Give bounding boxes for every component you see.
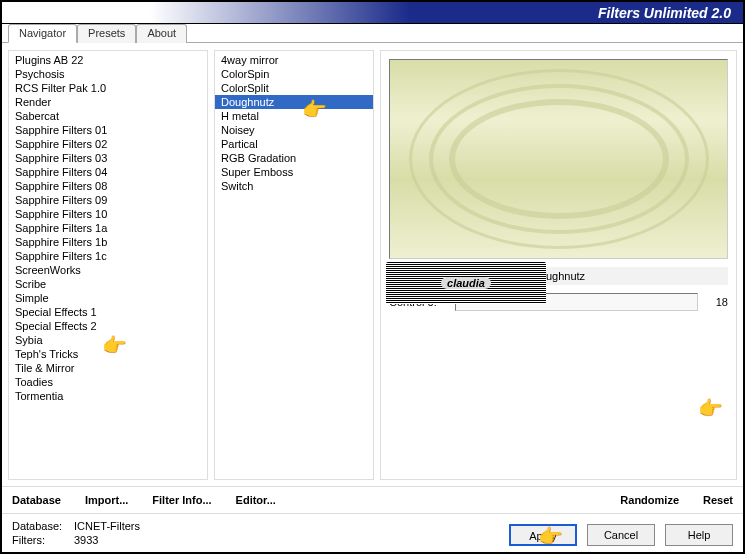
list-item[interactable]: ColorSplit xyxy=(215,81,373,95)
editor-button[interactable]: Editor... xyxy=(236,494,276,506)
button-bar: Database Import... Filter Info... Editor… xyxy=(2,486,743,514)
main-area: Plugins AB 22PsychosisRCS Filter Pak 1.0… xyxy=(2,44,743,486)
list-item[interactable]: Scribe xyxy=(9,277,207,291)
filter-info-button[interactable]: Filter Info... xyxy=(152,494,211,506)
category-list[interactable]: Plugins AB 22PsychosisRCS Filter Pak 1.0… xyxy=(8,50,208,480)
list-item[interactable]: Special Effects 2 xyxy=(9,319,207,333)
tab-about[interactable]: About xyxy=(136,24,187,43)
list-item[interactable]: Noisey xyxy=(215,123,373,137)
filters-label: Filters: xyxy=(12,534,68,546)
list-item[interactable]: Sapphire Filters 03 xyxy=(9,151,207,165)
list-item[interactable]: Super Emboss xyxy=(215,165,373,179)
list-item[interactable]: Sapphire Filters 02 xyxy=(9,137,207,151)
status-bar: Database: ICNET-Filters Filters: 3933 Ap… xyxy=(2,514,743,552)
list-item[interactable]: RGB Gradation xyxy=(215,151,373,165)
title-bar: Filters Unlimited 2.0 xyxy=(2,2,743,24)
tab-navigator[interactable]: Navigator xyxy=(8,24,77,43)
list-item[interactable]: Sapphire Filters 1b xyxy=(9,235,207,249)
list-item[interactable]: Switch xyxy=(215,179,373,193)
list-item[interactable]: Simple xyxy=(9,291,207,305)
list-item[interactable]: H metal xyxy=(215,109,373,123)
list-item[interactable]: Sapphire Filters 04 xyxy=(9,165,207,179)
list-item[interactable]: Toadies xyxy=(9,375,207,389)
randomize-button[interactable]: Randomize xyxy=(620,494,679,506)
filter-list[interactable]: 4way mirrorColorSpinColorSplitDoughnutzH… xyxy=(214,50,374,480)
apply-button[interactable]: Apply xyxy=(509,524,577,546)
import-button[interactable]: Import... xyxy=(85,494,128,506)
list-item[interactable]: Doughnutz xyxy=(215,95,373,109)
list-item[interactable]: Sabercat xyxy=(9,109,207,123)
list-item[interactable]: ColorSpin xyxy=(215,67,373,81)
list-item[interactable]: Special Effects 1 xyxy=(9,305,207,319)
list-item[interactable]: Sapphire Filters 09 xyxy=(9,193,207,207)
app-title: Filters Unlimited 2.0 xyxy=(598,5,731,21)
tabs: Navigator Presets About xyxy=(2,23,743,43)
list-item[interactable]: Tormentia xyxy=(9,389,207,403)
reset-button[interactable]: Reset xyxy=(703,494,733,506)
cancel-button[interactable]: Cancel xyxy=(587,524,655,546)
list-item[interactable]: Psychosis xyxy=(9,67,207,81)
list-item[interactable]: Render xyxy=(9,95,207,109)
list-item[interactable]: Sapphire Filters 10 xyxy=(9,207,207,221)
list-item[interactable]: 4way mirror xyxy=(215,53,373,67)
list-item[interactable]: Plugins AB 22 xyxy=(9,53,207,67)
list-item[interactable]: ScreenWorks xyxy=(9,263,207,277)
list-item[interactable]: Tile & Mirror xyxy=(9,361,207,375)
filters-value: 3933 xyxy=(74,534,98,546)
db-label: Database: xyxy=(12,520,68,532)
list-item[interactable]: Sapphire Filters 01 xyxy=(9,123,207,137)
help-button[interactable]: Help xyxy=(665,524,733,546)
list-item[interactable]: Sapphire Filters 1c xyxy=(9,249,207,263)
tab-presets[interactable]: Presets xyxy=(77,24,136,43)
watermark: claudia xyxy=(386,262,546,304)
database-button[interactable]: Database xyxy=(12,494,61,506)
preview-image xyxy=(389,59,728,259)
list-item[interactable]: Partical xyxy=(215,137,373,151)
control-value-0: 18 xyxy=(704,296,728,308)
list-item[interactable]: RCS Filter Pak 1.0 xyxy=(9,81,207,95)
db-value: ICNET-Filters xyxy=(74,520,140,532)
list-item[interactable]: Sybia xyxy=(9,333,207,347)
list-item[interactable]: Sapphire Filters 1a xyxy=(9,221,207,235)
list-item[interactable]: Sapphire Filters 08 xyxy=(9,179,207,193)
list-item[interactable]: Teph's Tricks xyxy=(9,347,207,361)
